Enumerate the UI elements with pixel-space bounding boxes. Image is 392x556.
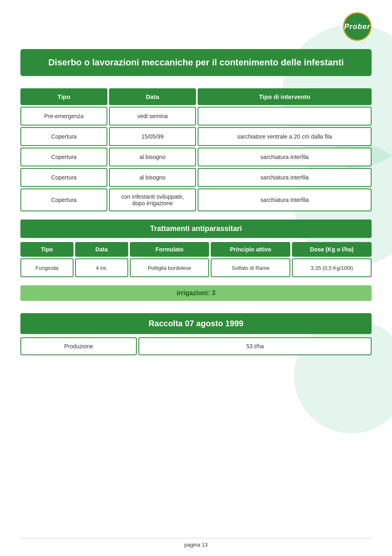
diserbo-row3-tipo: Copertura [20, 168, 107, 187]
tratt-row0-principio: Solfato di Rame [211, 258, 290, 277]
diserbo-row1-data: 15/05/99 [109, 127, 196, 146]
tratt-col-formulato: Formulato [130, 242, 209, 257]
tratt-row-0: Fungicida 4 int. Poltiglia bordolese Sol… [20, 258, 372, 277]
trattamenti-title-bar: Trattamenti antiparassitari [20, 220, 372, 238]
diserbo-row2-tipo: Copertura [20, 148, 107, 166]
trattamenti-header-row: Tipo Data Formulato Principio attivo Dos… [20, 242, 372, 257]
diserbo-row-3: Copertura al bisogno sarchiatura interfi… [20, 168, 372, 187]
tratt-row0-formulato: Poltiglia bordolese [130, 258, 209, 277]
irrigazioni-label: irrigazioni: 3 [176, 289, 215, 296]
tratt-col-dose: Dose (Kg o l/ha) [292, 242, 372, 257]
main-title-banner: Diserbo o lavorazioni meccaniche per il … [20, 49, 372, 76]
diserbo-row-1: Copertura 15/05/99 sarchiatore ventrale … [20, 127, 372, 146]
raccolta-data-row: Produzione 53 t/ha [20, 337, 372, 355]
logo-area: Prober [20, 12, 372, 41]
trattamenti-section: Trattamenti antiparassitari Tipo Data Fo… [20, 220, 372, 277]
diserbo-row-2: Copertura al bisogno sarchiatura interfi… [20, 148, 372, 166]
tratt-row0-dose: 3,35 (0,5 Kg/100l) [292, 258, 372, 277]
diserbo-row-4: Copertura con infestanti sviluppate, dop… [20, 188, 372, 211]
diserbo-row1-tipo: Copertura [20, 127, 107, 146]
raccolta-title-bar: Raccolta 07 agosto 1999 [20, 313, 372, 334]
tratt-row0-data: 4 int. [75, 258, 128, 277]
diserbo-row4-data: con infestanti sviluppate, dopo irrigazi… [109, 188, 196, 211]
page-number: pagina 13 [184, 542, 207, 548]
diserbo-row2-intervento: sarchiatura interfila [198, 148, 372, 166]
raccolta-produzione-value: 53 t/ha [138, 337, 372, 355]
diserbo-row4-intervento: sarchiatura interfila [198, 188, 372, 211]
prober-logo: Prober [343, 12, 372, 41]
diserbo-col-tipo: Tipo [20, 88, 107, 105]
diserbo-row3-data: al bisogno [109, 168, 196, 187]
tratt-col-tipo: Tipo [20, 242, 74, 257]
logo-text: Prober [344, 22, 370, 31]
diserbo-row4-tipo: Copertura [20, 188, 107, 211]
trattamenti-title-text: Trattamenti antiparassitari [150, 224, 242, 233]
diserbo-row1-intervento: sarchiatore ventrale a 20 cm dalla fila [198, 127, 372, 146]
diserbo-col-intervento: Tipo di intervento [198, 88, 372, 105]
raccolta-title-text: Raccolta 07 agosto 1999 [149, 319, 243, 328]
irrigazioni-bar: irrigazioni: 3 [20, 285, 372, 301]
tratt-col-data: Data [75, 242, 128, 257]
diserbo-row0-tipo: Pre-emergenza [20, 107, 107, 126]
tratt-row0-tipo: Fungicida [20, 258, 74, 277]
raccolta-section: Raccolta 07 agosto 1999 Produzione 53 t/… [20, 313, 372, 355]
diserbo-row3-intervento: sarchiatura interfila [198, 168, 372, 187]
main-title-text: Diserbo o lavorazioni meccaniche per il … [48, 57, 344, 67]
raccolta-produzione-label: Produzione [20, 337, 137, 355]
diserbo-row0-data: vedi semina [109, 107, 196, 126]
page-footer: pagina 13 [20, 538, 372, 548]
tratt-col-principio: Principio attivo [211, 242, 290, 257]
diserbo-row-0: Pre-emergenza vedi semina [20, 107, 372, 126]
diserbo-row2-data: al bisogno [109, 148, 196, 166]
diserbo-header-row: Tipo Data Tipo di intervento [20, 88, 372, 105]
diserbo-row0-intervento [198, 107, 372, 126]
diserbo-col-data: Data [109, 88, 196, 105]
diserbo-section: Tipo Data Tipo di intervento Pre-emergen… [20, 88, 372, 211]
